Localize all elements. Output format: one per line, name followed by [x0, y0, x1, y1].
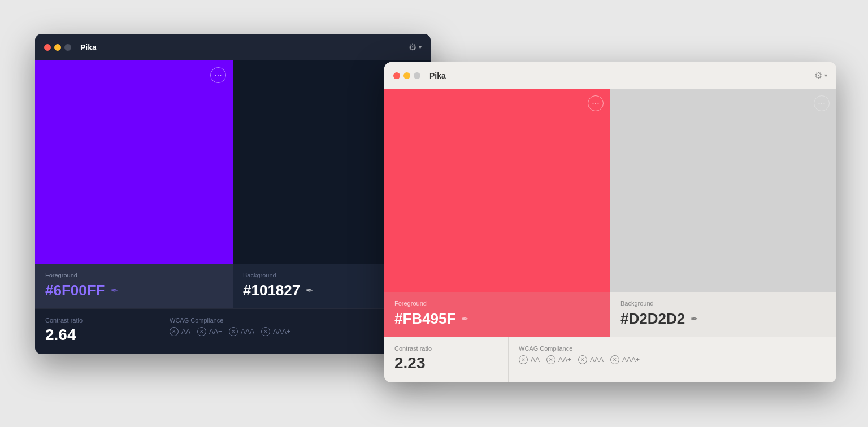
- light-bg-label: Background: [620, 300, 826, 307]
- light-bg-hex: #D2D2D2: [620, 310, 685, 328]
- light-foreground-swatch[interactable]: ···: [384, 89, 610, 292]
- dark-titlebar: Pika ⚙ ▾: [35, 34, 431, 60]
- dark-wcag-badges: ✕ AA ✕ AA+ ✕ AAA ✕ AAA+: [170, 327, 420, 336]
- light-badge-aaa-plus: ✕ AAA+: [610, 355, 640, 364]
- light-badge-aa-x: ✕: [519, 355, 528, 364]
- dark-badge-aa-plus: ✕ AA+: [197, 327, 222, 336]
- light-badge-aa-label: AA: [531, 356, 540, 364]
- light-badge-aaa-plus-label: AAA+: [622, 356, 640, 364]
- light-contrast-value: 2.23: [394, 354, 498, 372]
- light-close-button[interactable]: [393, 72, 400, 79]
- dark-badge-aaa-x: ✕: [229, 327, 238, 336]
- light-fg-eyedropper[interactable]: ✒: [461, 313, 468, 324]
- dark-badge-aa: ✕ AA: [170, 327, 190, 336]
- light-bg-eyedropper[interactable]: ✒: [691, 313, 698, 324]
- light-titlebar: Pika ⚙ ▾: [384, 62, 836, 89]
- dark-stats-row: Contrast ratio 2.64 WCAG Compliance ✕ AA…: [35, 308, 431, 354]
- dark-bg-eyedropper[interactable]: ✒: [306, 285, 313, 296]
- light-wcag-label: WCAG Compliance: [519, 345, 826, 352]
- dark-chevron-icon: ▾: [419, 44, 422, 50]
- dark-info-row: Foreground #6F00FF ✒ Background #101827 …: [35, 264, 431, 308]
- light-minimize-button[interactable]: [403, 72, 410, 79]
- dark-traffic-lights: [44, 44, 71, 51]
- light-bg-more-icon: ···: [818, 98, 825, 108]
- light-fg-more-icon: ···: [592, 98, 599, 108]
- dark-wcag-label: WCAG Compliance: [170, 317, 420, 324]
- light-bg-panel: Background #D2D2D2 ✒: [610, 292, 836, 337]
- dark-contrast-value: 2.64: [45, 326, 149, 344]
- dark-badge-aa-x: ✕: [170, 327, 179, 336]
- dark-fg-label: Foreground: [45, 272, 223, 278]
- dark-bg-hex: #101827: [243, 282, 300, 299]
- dark-badge-aaa-plus-label: AAA+: [273, 328, 290, 336]
- light-bg-value-row: #D2D2D2 ✒: [620, 310, 826, 328]
- dark-badge-aa-plus-x: ✕: [197, 327, 206, 336]
- light-badge-aa: ✕ AA: [519, 355, 540, 364]
- light-window: Pika ⚙ ▾ ··· ··· Foreground #FB495F ✒: [384, 62, 836, 382]
- light-badge-aaa-x: ✕: [578, 355, 587, 364]
- dark-minimize-button[interactable]: [54, 44, 61, 51]
- dark-gear-button[interactable]: ⚙ ▾: [409, 42, 422, 53]
- light-badge-aaa-plus-x: ✕: [610, 355, 619, 364]
- dark-fg-more-icon: ···: [214, 70, 222, 80]
- light-wcag-panel: WCAG Compliance ✕ AA ✕ AA+ ✕ AAA ✕ AAA+: [509, 337, 836, 382]
- dark-close-button[interactable]: [44, 44, 51, 51]
- dark-gear-icon: ⚙: [409, 42, 416, 53]
- light-chevron-icon: ▾: [824, 72, 827, 79]
- light-window-title: Pika: [429, 71, 446, 80]
- dark-badge-aaa-plus: ✕ AAA+: [261, 327, 290, 336]
- light-fullscreen-button[interactable]: [414, 72, 420, 79]
- light-gear-button[interactable]: ⚙ ▾: [814, 70, 827, 81]
- light-swatches-row: ··· ···: [384, 89, 836, 292]
- dark-badge-aa-label: AA: [181, 328, 190, 336]
- light-fg-hex: #FB495F: [394, 310, 455, 328]
- light-contrast-label: Contrast ratio: [394, 345, 498, 352]
- dark-badge-aa-plus-label: AA+: [209, 328, 222, 336]
- dark-contrast-panel: Contrast ratio 2.64: [35, 309, 159, 354]
- dark-fg-menu-button[interactable]: ···: [210, 67, 226, 83]
- light-background-swatch[interactable]: ···: [610, 89, 836, 292]
- dark-fg-panel: Foreground #6F00FF ✒: [35, 264, 233, 308]
- dark-badge-aaa: ✕ AAA: [229, 327, 254, 336]
- light-stats-row: Contrast ratio 2.23 WCAG Compliance ✕ AA…: [384, 337, 836, 382]
- dark-fg-value-row: #6F00FF ✒: [45, 282, 223, 299]
- light-badge-aaa-label: AAA: [590, 356, 604, 364]
- dark-fg-hex: #6F00FF: [45, 282, 105, 299]
- light-badge-aa-plus: ✕ AA+: [546, 355, 571, 364]
- dark-badge-aaa-plus-x: ✕: [261, 327, 270, 336]
- light-gear-icon: ⚙: [814, 70, 822, 81]
- dark-contrast-label: Contrast ratio: [45, 317, 149, 324]
- dark-window-title: Pika: [80, 43, 97, 52]
- light-fg-panel: Foreground #FB495F ✒: [384, 292, 610, 337]
- light-badge-aaa: ✕ AAA: [578, 355, 604, 364]
- dark-foreground-swatch[interactable]: ···: [35, 60, 233, 264]
- light-badge-aa-plus-x: ✕: [546, 355, 555, 364]
- dark-swatches-row: ···: [35, 60, 431, 264]
- dark-fg-eyedropper[interactable]: ✒: [111, 285, 118, 296]
- light-wcag-badges: ✕ AA ✕ AA+ ✕ AAA ✕ AAA+: [519, 355, 826, 364]
- light-traffic-lights: [393, 72, 420, 79]
- dark-window: Pika ⚙ ▾ ··· Foreground #6F00FF ✒ Backgr…: [35, 34, 431, 354]
- light-fg-value-row: #FB495F ✒: [394, 310, 600, 328]
- dark-fullscreen-button[interactable]: [64, 44, 71, 51]
- dark-badge-aaa-label: AAA: [241, 328, 254, 336]
- light-contrast-panel: Contrast ratio 2.23: [384, 337, 509, 382]
- light-badge-aa-plus-label: AA+: [558, 356, 571, 364]
- light-bg-menu-button[interactable]: ···: [814, 95, 830, 111]
- light-info-row: Foreground #FB495F ✒ Background #D2D2D2 …: [384, 292, 836, 337]
- light-fg-label: Foreground: [394, 300, 600, 307]
- light-fg-menu-button[interactable]: ···: [588, 95, 604, 111]
